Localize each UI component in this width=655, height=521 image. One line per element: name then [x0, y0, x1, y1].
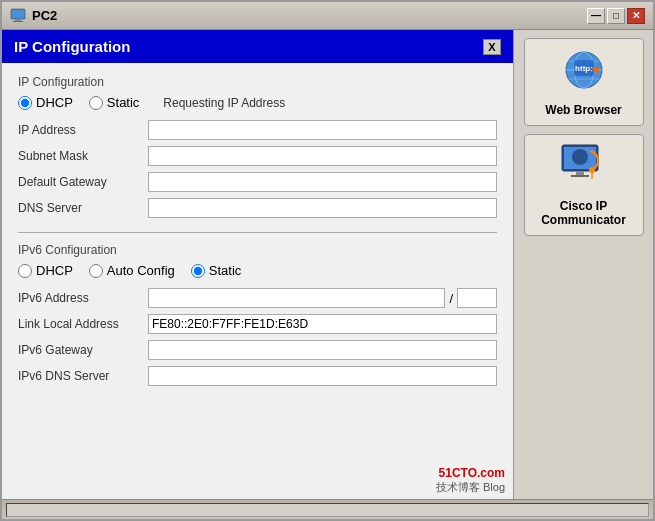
svg-rect-2 — [13, 21, 23, 22]
dialog-close-button[interactable]: X — [483, 39, 501, 55]
default-gateway-label: Default Gateway — [18, 175, 148, 189]
ip-address-label: IP Address — [18, 123, 148, 137]
ipv4-section-label: IP Configuration — [18, 75, 497, 89]
ipv6-dhcp-radio[interactable] — [18, 264, 32, 278]
dialog-header: IP Configuration X — [2, 30, 513, 63]
ipv6-dhcp-label: DHCP — [36, 263, 73, 278]
watermark-line2: 技术博客 Blog — [436, 480, 505, 495]
static-radio[interactable] — [89, 96, 103, 110]
web-browser-label: Web Browser — [545, 103, 621, 117]
section-divider — [18, 232, 497, 233]
ipv6-radio-row: DHCP Auto Config Static — [18, 263, 497, 278]
link-local-input[interactable] — [148, 314, 497, 334]
cisco-label-line2: Communicator — [541, 213, 626, 227]
computer-icon — [10, 8, 26, 24]
svg-point-16 — [589, 167, 595, 173]
ipv6-address-label: IPv6 Address — [18, 291, 148, 305]
dns-server-input[interactable] — [148, 198, 497, 218]
svg-point-13 — [572, 149, 588, 165]
ipv6-autoconfig-radio-item[interactable]: Auto Config — [89, 263, 175, 278]
ipv6-section-label: IPv6 Configuration — [18, 243, 497, 257]
cisco-label-line1: Cisco IP — [560, 199, 607, 213]
minimize-button[interactable]: — — [587, 8, 605, 24]
dhcp-radio-item[interactable]: DHCP — [18, 95, 73, 110]
ipv6-gateway-row: IPv6 Gateway — [18, 340, 497, 360]
ip-address-row: IP Address — [18, 120, 497, 140]
main-window: PC2 — □ ✕ IP Configuration X IP Configur… — [0, 0, 655, 521]
svg-rect-1 — [15, 19, 21, 21]
svg-rect-14 — [576, 171, 584, 175]
ipv6-address-input[interactable] — [148, 288, 445, 308]
horizontal-scrollbar[interactable] — [6, 503, 649, 517]
title-bar: PC2 — □ ✕ — [2, 2, 653, 30]
svg-rect-0 — [11, 9, 25, 19]
dialog-body: IP Configuration DHCP Static Requesting … — [2, 63, 513, 499]
subnet-mask-label: Subnet Mask — [18, 149, 148, 163]
dns-server-label: DNS Server — [18, 201, 148, 215]
ipv6-prefix-input[interactable] — [457, 288, 497, 308]
default-gateway-input[interactable] — [148, 172, 497, 192]
maximize-button[interactable]: □ — [607, 8, 625, 24]
ipv6-address-row: IPv6 Address / — [18, 288, 497, 308]
dns-server-row: DNS Server — [18, 198, 497, 218]
ipv6-gateway-input[interactable] — [148, 340, 497, 360]
dhcp-label: DHCP — [36, 95, 73, 110]
cisco-ip-communicator-icon — [554, 143, 614, 193]
web-browser-card[interactable]: http: Web Browser — [524, 38, 644, 126]
right-sidebar: http: Web Browser — [513, 30, 653, 499]
ipv6-address-group: / — [148, 288, 497, 308]
ipv6-static-radio[interactable] — [191, 264, 205, 278]
ipv6-slash: / — [449, 291, 453, 306]
dhcp-status-text: Requesting IP Address — [163, 96, 285, 110]
main-content: IP Configuration X IP Configuration DHCP… — [2, 30, 653, 499]
watermark: 51CTO.com 技术博客 Blog — [436, 466, 505, 495]
dialog-title: IP Configuration — [14, 38, 130, 55]
ipv6-autoconfig-label: Auto Config — [107, 263, 175, 278]
dhcp-radio[interactable] — [18, 96, 32, 110]
svg-text:http:: http: — [575, 64, 593, 73]
ipv6-dns-row: IPv6 DNS Server — [18, 366, 497, 386]
ip-config-panel: IP Configuration X IP Configuration DHCP… — [2, 30, 513, 499]
static-label: Static — [107, 95, 140, 110]
ipv6-dhcp-radio-item[interactable]: DHCP — [18, 263, 73, 278]
subnet-mask-row: Subnet Mask — [18, 146, 497, 166]
ipv4-radio-row: DHCP Static Requesting IP Address — [18, 95, 497, 110]
title-bar-buttons: — □ ✕ — [587, 8, 645, 24]
title-bar-left: PC2 — [10, 8, 57, 24]
watermark-line1: 51CTO.com — [436, 466, 505, 480]
subnet-mask-input[interactable] — [148, 146, 497, 166]
bottom-bar — [2, 499, 653, 519]
ip-address-input[interactable] — [148, 120, 497, 140]
ipv6-gateway-label: IPv6 Gateway — [18, 343, 148, 357]
window-title: PC2 — [32, 8, 57, 23]
default-gateway-row: Default Gateway — [18, 172, 497, 192]
ipv6-dns-label: IPv6 DNS Server — [18, 369, 148, 383]
link-local-row: Link Local Address — [18, 314, 497, 334]
ipv6-static-label: Static — [209, 263, 242, 278]
web-browser-icon: http: — [554, 47, 614, 97]
window-close-button[interactable]: ✕ — [627, 8, 645, 24]
ipv6-autoconfig-radio[interactable] — [89, 264, 103, 278]
ipv6-dns-input[interactable] — [148, 366, 497, 386]
static-radio-item[interactable]: Static — [89, 95, 140, 110]
cisco-ip-communicator-card[interactable]: Cisco IP Communicator — [524, 134, 644, 236]
svg-rect-15 — [571, 175, 589, 177]
ipv6-static-radio-item[interactable]: Static — [191, 263, 242, 278]
link-local-label: Link Local Address — [18, 317, 148, 331]
